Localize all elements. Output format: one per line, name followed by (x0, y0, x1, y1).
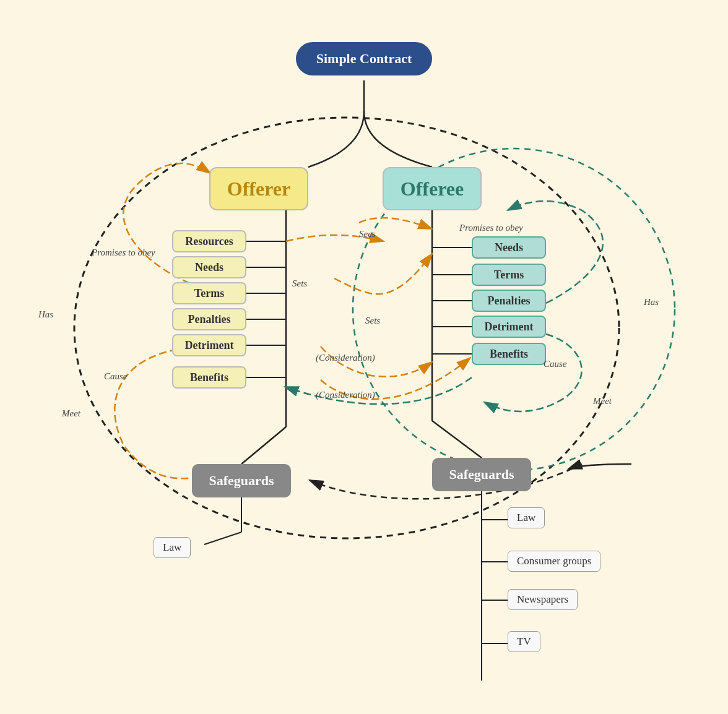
svg-line-21 (204, 532, 241, 544)
svg-line-12 (241, 427, 286, 464)
consideration-bot-label: (Consideration) (316, 390, 375, 400)
offeree-node: Offeree (383, 167, 482, 210)
offerer-label: Offerer (227, 178, 290, 200)
root-label: Simple Contract (316, 51, 412, 67)
offeree-detriment: Detriment (472, 316, 546, 338)
offerer-resources: Resources (172, 230, 246, 252)
offerer-node: Offerer (209, 167, 308, 210)
offerer-needs: Needs (172, 256, 246, 278)
offeree-label: Offeree (401, 178, 464, 200)
offerer-terms: Terms (172, 282, 246, 304)
offeree-consumer-leaf: Consumer groups (508, 551, 600, 572)
offeree-terms: Terms (472, 264, 546, 286)
offeree-needs: Needs (472, 236, 546, 259)
offerer-detriment: Detriment (172, 334, 246, 356)
cause-right-label: Cause (544, 359, 567, 369)
cause-left-label: Cause (104, 371, 128, 382)
sees-label: Sees (359, 229, 376, 239)
offeree-tv-leaf: TV (508, 631, 540, 652)
offerer-law-leaf: Law (154, 537, 191, 558)
offerer-benefits: Benefits (172, 366, 246, 389)
offeree-law-leaf: Law (508, 507, 545, 528)
safeguard-right: Safeguards (432, 458, 531, 491)
promises-obey-right-label: Promises to obey (459, 223, 523, 233)
consideration-top-label: (Consideration) (316, 353, 375, 363)
meet-right-label: Meet (593, 396, 612, 406)
promises-obey-left-label: Promises to obey (92, 247, 155, 258)
offeree-penalties: Penalties (472, 290, 546, 312)
svg-line-19 (432, 421, 482, 458)
offeree-newspapers-leaf: Newspapers (508, 589, 578, 610)
root-node: Simple Contract (296, 42, 432, 75)
sets-right-label: Sets (365, 316, 380, 326)
sets-left-label: Sets (292, 278, 307, 289)
has-right-label: Has (644, 297, 659, 308)
offerer-penalties: Penalties (172, 308, 246, 330)
has-left-label: Has (38, 309, 53, 320)
meet-left-label: Meet (62, 408, 80, 419)
safeguard-left: Safeguards (192, 464, 291, 497)
offeree-benefits: Benefits (472, 343, 546, 365)
